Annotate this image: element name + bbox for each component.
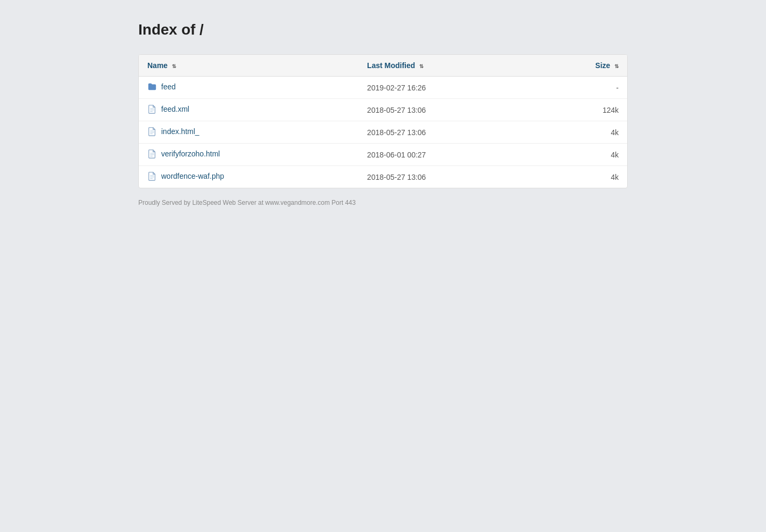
cell-name: index.html_ [139, 121, 359, 144]
file-link[interactable]: verifyforzoho.html [147, 149, 220, 159]
table-row: verifyforzoho.html2018-06-01 00:274k [139, 144, 627, 166]
file-name: feed.xml [161, 105, 189, 113]
file-link[interactable]: feed [147, 82, 176, 92]
cell-modified: 2018-05-27 13:06 [359, 99, 529, 121]
file-name: index.html_ [161, 127, 199, 136]
sort-icon-modified: ⇅ [419, 63, 423, 69]
col-header-name[interactable]: Name ⇅ [139, 55, 359, 77]
file-link[interactable]: index.html_ [147, 127, 199, 136]
file-icon [147, 149, 157, 159]
file-link[interactable]: feed.xml [147, 104, 189, 114]
file-link[interactable]: wordfence-waf.php [147, 171, 224, 181]
file-name: wordfence-waf.php [161, 172, 224, 180]
table-row: feed.xml2018-05-27 13:06124k [139, 99, 627, 121]
cell-modified: 2019-02-27 16:26 [359, 77, 529, 99]
footer-text: Proudly Served by LiteSpeed Web Server a… [138, 199, 628, 206]
col-header-modified[interactable]: Last Modified ⇅ [359, 55, 529, 77]
cell-size: - [529, 77, 627, 99]
table-header-row: Name ⇅ Last Modified ⇅ Size ⇅ [139, 55, 627, 77]
cell-modified: 2018-05-27 13:06 [359, 121, 529, 144]
cell-size: 4k [529, 121, 627, 144]
cell-size: 124k [529, 99, 627, 121]
file-table: Name ⇅ Last Modified ⇅ Size ⇅ feed2019-0 [139, 55, 627, 188]
cell-name: feed [139, 77, 359, 99]
file-icon [147, 171, 157, 181]
file-table-container: Name ⇅ Last Modified ⇅ Size ⇅ feed2019-0 [138, 54, 628, 188]
cell-name: wordfence-waf.php [139, 166, 359, 188]
cell-modified: 2018-05-27 13:06 [359, 166, 529, 188]
file-icon [147, 104, 157, 114]
cell-name: verifyforzoho.html [139, 144, 359, 166]
table-row: wordfence-waf.php2018-05-27 13:064k [139, 166, 627, 188]
sort-icon-name: ⇅ [172, 63, 176, 69]
sort-icon-size: ⇅ [614, 63, 619, 69]
cell-size: 4k [529, 166, 627, 188]
table-row: index.html_2018-05-27 13:064k [139, 121, 627, 144]
page-container: Index of / Name ⇅ Last Modified ⇅ Size ⇅ [128, 0, 638, 228]
file-icon [147, 127, 157, 136]
cell-modified: 2018-06-01 00:27 [359, 144, 529, 166]
folder-icon [147, 82, 157, 92]
page-title: Index of / [138, 21, 628, 38]
file-name: verifyforzoho.html [161, 149, 220, 158]
table-row: feed2019-02-27 16:26- [139, 77, 627, 99]
cell-size: 4k [529, 144, 627, 166]
cell-name: feed.xml [139, 99, 359, 121]
file-name: feed [161, 82, 176, 91]
col-header-size[interactable]: Size ⇅ [529, 55, 627, 77]
